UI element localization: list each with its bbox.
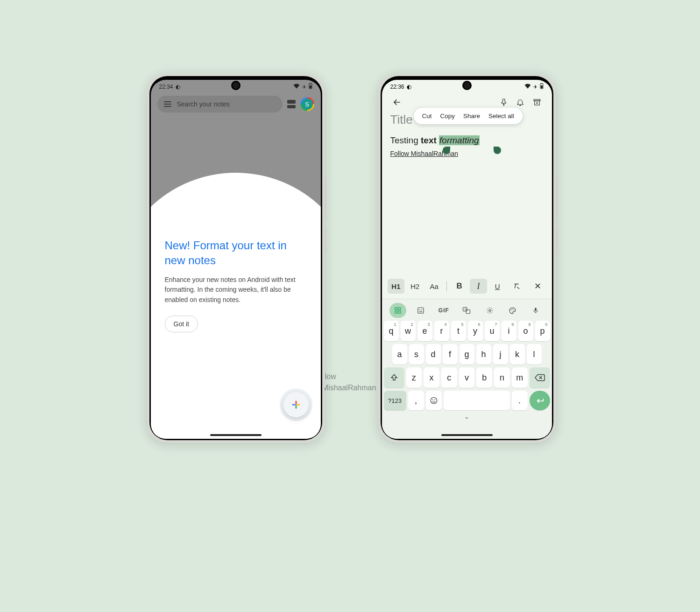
back-icon[interactable] [389, 94, 405, 111]
key-z[interactable]: z [406, 367, 422, 388]
fmt-clear[interactable] [508, 279, 525, 294]
got-it-button[interactable]: Got it [165, 316, 198, 332]
ctx-cut[interactable]: Cut [422, 113, 432, 120]
kb-collapse[interactable]: ⌄ [384, 413, 550, 420]
key-shift[interactable] [384, 367, 404, 388]
archive-icon[interactable] [529, 94, 545, 111]
kb-translate-icon[interactable]: 文 [458, 303, 475, 318]
word-text: text [421, 135, 439, 145]
selection-handle-start[interactable] [443, 147, 450, 154]
kb-gif-icon[interactable]: GIF [435, 303, 452, 318]
airplane-icon: ✈ [302, 84, 306, 90]
key-y[interactable]: y6 [468, 321, 483, 341]
key-u[interactable]: u7 [485, 321, 500, 341]
ctx-copy[interactable]: Copy [440, 113, 455, 120]
key-c[interactable]: c [441, 367, 457, 388]
ctx-selectall[interactable]: Select all [488, 113, 514, 120]
note-body[interactable]: Testing text formatting Follow MishaalRa… [390, 134, 544, 158]
svg-rect-6 [296, 404, 299, 406]
kb-row-3: zxcvbnm [384, 367, 550, 388]
battery-icon [540, 83, 544, 91]
word-testing: Testing [390, 135, 421, 145]
fmt-underline[interactable]: U [489, 279, 506, 294]
svg-rect-3 [295, 401, 297, 404]
svg-rect-12 [395, 308, 397, 310]
key-g[interactable]: g [460, 344, 474, 365]
kb-palette-icon[interactable] [504, 303, 521, 318]
key-w[interactable]: w2 [401, 321, 416, 341]
follow-link[interactable]: Follow MishaalRahman [390, 149, 544, 158]
key-i[interactable]: i8 [502, 321, 516, 341]
key-e[interactable]: e3 [417, 321, 432, 341]
fmt-aa[interactable]: Aa [425, 279, 443, 294]
key-q[interactable]: q1 [384, 321, 399, 341]
key-l[interactable]: l [527, 344, 542, 365]
status-time: 22:36 [390, 84, 404, 90]
ctx-share[interactable]: Share [463, 113, 480, 120]
svg-rect-15 [398, 311, 401, 313]
avatar[interactable]: S [300, 97, 314, 111]
key-backspace[interactable] [530, 367, 550, 388]
search-input[interactable]: Search your notes [157, 96, 283, 113]
format-toolbar: H1 H2 Aa B I U ✕ [385, 277, 549, 295]
promo-sheet: New! Format your text in new notes Enhan… [151, 215, 321, 439]
fmt-italic[interactable]: I [470, 279, 487, 294]
svg-rect-14 [395, 311, 397, 313]
nav-pill[interactable] [441, 434, 493, 436]
key-x[interactable]: x [424, 367, 439, 388]
svg-point-17 [419, 310, 420, 310]
key-f[interactable]: f [443, 344, 458, 365]
kb-settings-icon[interactable] [481, 303, 498, 318]
note-area[interactable]: Cut Copy Share Select all Title Testing … [382, 113, 552, 158]
key-d[interactable]: d [426, 344, 441, 365]
key-h[interactable]: h [476, 344, 491, 365]
fmt-h1[interactable]: H1 [388, 279, 405, 294]
key-emoji[interactable] [426, 391, 442, 410]
svg-point-29 [434, 400, 435, 401]
kb-sticker-icon[interactable] [412, 303, 429, 318]
key-o[interactable]: o9 [518, 321, 533, 341]
hamburger-icon[interactable] [164, 101, 171, 107]
selection-handle-end[interactable] [494, 147, 501, 154]
key-p[interactable]: p0 [535, 321, 550, 341]
svg-point-27 [431, 397, 437, 404]
svg-rect-16 [418, 308, 424, 313]
svg-rect-26 [535, 308, 537, 311]
fmt-bold[interactable]: B [451, 279, 468, 294]
keyboard: GIF 文 q1w2e3r4t5y6u7i8o9p0 asdfghjkl zxc… [382, 299, 552, 439]
key-m[interactable]: m [512, 367, 528, 388]
key-k[interactable]: k [510, 344, 525, 365]
context-menu: Cut Copy Share Select all [414, 108, 523, 124]
key-period[interactable]: . [512, 391, 528, 410]
phone-right: 22:36 ◐ ✈ [378, 74, 556, 443]
kb-grid-icon[interactable] [389, 303, 406, 318]
key-enter[interactable] [530, 391, 550, 410]
kb-mic-icon[interactable] [527, 303, 544, 318]
svg-point-18 [421, 310, 422, 310]
title-placeholder[interactable]: Title [390, 113, 413, 127]
fmt-close[interactable]: ✕ [529, 279, 546, 294]
key-r[interactable]: r4 [434, 321, 449, 341]
key-n[interactable]: n [494, 367, 510, 388]
key-j[interactable]: j [493, 344, 508, 365]
key-space[interactable] [444, 391, 510, 410]
nav-pill[interactable] [210, 434, 262, 436]
key-symbols[interactable]: ?123 [384, 391, 406, 410]
search-row: Search your notes S [151, 92, 321, 116]
key-s[interactable]: s [409, 344, 424, 365]
key-comma[interactable]: , [408, 391, 424, 410]
view-toggle-icon[interactable] [287, 100, 296, 108]
key-t[interactable]: t5 [451, 321, 466, 341]
airplane-icon: ✈ [533, 84, 537, 90]
fmt-h2[interactable]: H2 [406, 279, 424, 294]
status-time: 22:34 [159, 84, 173, 90]
svg-rect-5 [292, 404, 295, 406]
key-b[interactable]: b [476, 367, 492, 388]
plus-icon [291, 400, 301, 410]
svg-point-22 [489, 310, 491, 311]
key-v[interactable]: v [459, 367, 475, 388]
promo-heading: New! Format your text in new notes [165, 238, 307, 268]
new-note-fab[interactable] [283, 392, 309, 417]
key-a[interactable]: a [392, 344, 407, 365]
svg-point-24 [512, 309, 513, 310]
